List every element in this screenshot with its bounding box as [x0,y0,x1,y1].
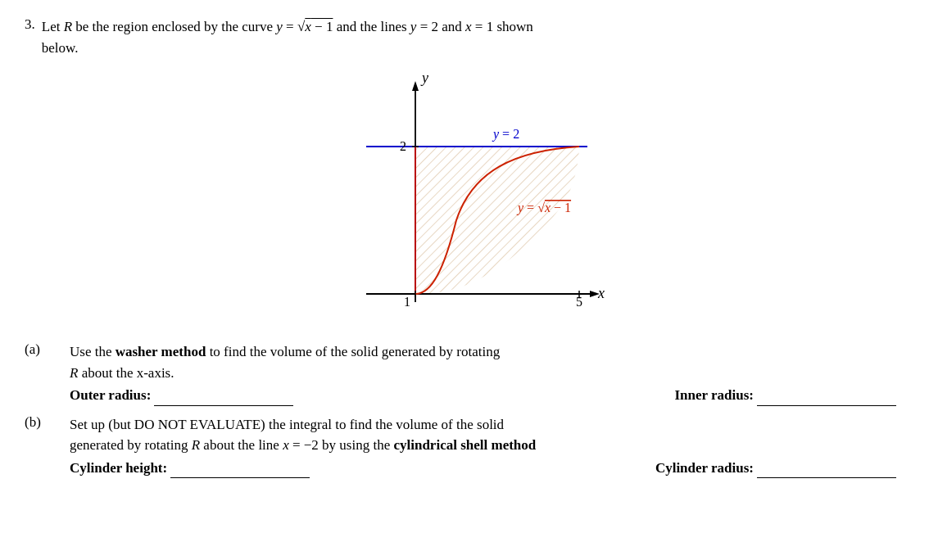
problem-number: 3. [25,16,35,58]
part-a-content: Use the washer method to find the volume… [70,341,904,406]
part-b-line1: Set up (but DO NOT EVALUATE) the integra… [70,414,904,436]
y2-equation-label: y = 2 [492,127,519,142]
part-b-fields: Cylinder height: Cylinder radius: [70,458,904,479]
cylinder-radius-field[interactable] [757,463,896,478]
inner-radius-field[interactable] [757,391,896,406]
inner-radius-label: Inner radius: [674,385,754,406]
cylinder-height-label: Cylinder height: [70,458,167,479]
x-axis-label: x [597,285,605,301]
part-a-line2: R about the x-axis. [70,363,904,384]
outer-radius-field[interactable] [154,391,293,406]
part-a-label: (a) [25,341,70,358]
curve-equation-label: y = √x − 1 [516,201,571,215]
part-b-line2: generated by rotating R about the line x… [70,435,904,456]
y-axis-arrow [412,81,419,91]
problem-text: Let R be the region enclosed by the curv… [42,16,533,58]
cylinder-height-pair: Cylinder height: [70,458,310,479]
cylinder-height-field[interactable] [170,463,310,478]
washer-method-bold: washer method [116,344,206,359]
graph-svg: y x 1 5 2 y = 2 y = √x − 1 [325,73,604,327]
part-a-row: (a) Use the washer method to find the vo… [25,341,904,406]
intro-text: Let R be the region enclosed by the curv… [42,19,533,34]
outer-radius-pair: Outer radius: [70,385,293,406]
cylinder-radius-label: Cylinder radius: [655,458,754,479]
tick-x1-label: 1 [404,295,410,309]
tick-x5-label: 5 [576,295,582,309]
below-text: below. [42,40,79,56]
part-b-content: Set up (but DO NOT EVALUATE) the integra… [70,414,904,479]
cylinder-radius-pair: Cylinder radius: [655,458,896,479]
part-a-fields: Outer radius: Inner radius: [70,385,904,406]
part-a-line1: Use the washer method to find the volume… [70,341,904,363]
y-axis-label: y [420,70,428,86]
tick-y2-label: 2 [400,139,406,153]
shell-method-bold: cylindrical shell method [393,437,536,453]
parts-section: (a) Use the washer method to find the vo… [25,341,904,478]
outer-radius-label: Outer radius: [70,385,151,406]
graph-container: y x 1 5 2 y = 2 y = √x − 1 [25,73,904,327]
inner-radius-pair: Inner radius: [674,385,896,406]
problem-container: 3. Let R be the region enclosed by the c… [25,16,904,58]
part-b-row: (b) Set up (but DO NOT EVALUATE) the int… [25,414,904,479]
part-b-label: (b) [25,414,70,431]
